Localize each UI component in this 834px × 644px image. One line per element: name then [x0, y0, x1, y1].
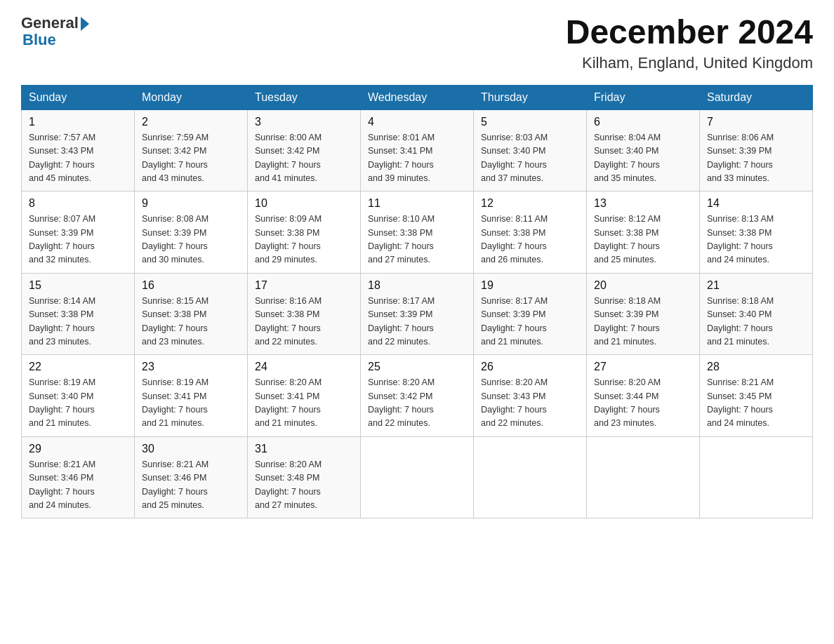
day-info: Sunrise: 8:21 AM Sunset: 3:46 PM Dayligh…	[142, 458, 240, 513]
week-row-4: 22Sunrise: 8:19 AM Sunset: 3:40 PM Dayli…	[22, 355, 813, 437]
calendar-cell: 15Sunrise: 8:14 AM Sunset: 3:38 PM Dayli…	[22, 273, 135, 355]
day-info: Sunrise: 8:14 AM Sunset: 3:38 PM Dayligh…	[29, 295, 127, 349]
calendar-cell	[700, 436, 813, 518]
calendar-title: December 2024	[566, 14, 813, 51]
day-info: Sunrise: 8:21 AM Sunset: 3:46 PM Dayligh…	[29, 458, 127, 513]
day-info: Sunrise: 8:18 AM Sunset: 3:39 PM Dayligh…	[594, 295, 692, 349]
day-number: 22	[29, 361, 127, 373]
header-saturday: Saturday	[700, 85, 813, 109]
day-info: Sunrise: 8:09 AM Sunset: 3:38 PM Dayligh…	[255, 213, 353, 267]
calendar-cell	[587, 436, 700, 518]
day-number: 2	[142, 116, 240, 128]
day-number: 29	[29, 443, 127, 455]
header-wednesday: Wednesday	[361, 85, 474, 109]
calendar-subtitle: Kilham, England, United Kingdom	[566, 54, 813, 72]
day-info: Sunrise: 8:20 AM Sunset: 3:41 PM Dayligh…	[255, 376, 353, 431]
calendar-cell	[474, 436, 587, 518]
day-info: Sunrise: 8:19 AM Sunset: 3:41 PM Dayligh…	[142, 376, 240, 431]
day-info: Sunrise: 8:17 AM Sunset: 3:39 PM Dayligh…	[481, 295, 579, 349]
calendar-cell	[361, 436, 474, 518]
calendar-header-row: SundayMondayTuesdayWednesdayThursdayFrid…	[22, 85, 813, 109]
calendar-cell: 13Sunrise: 8:12 AM Sunset: 3:38 PM Dayli…	[587, 192, 700, 274]
day-number: 10	[255, 197, 353, 210]
calendar-cell: 10Sunrise: 8:09 AM Sunset: 3:38 PM Dayli…	[248, 192, 361, 274]
calendar-cell: 28Sunrise: 8:21 AM Sunset: 3:45 PM Dayli…	[700, 355, 813, 437]
calendar-cell: 9Sunrise: 8:08 AM Sunset: 3:39 PM Daylig…	[135, 192, 248, 274]
day-number: 15	[29, 279, 127, 292]
calendar-cell: 3Sunrise: 8:00 AM Sunset: 3:42 PM Daylig…	[248, 109, 361, 192]
calendar-cell: 19Sunrise: 8:17 AM Sunset: 3:39 PM Dayli…	[474, 273, 587, 355]
day-number: 31	[255, 443, 353, 455]
day-info: Sunrise: 8:08 AM Sunset: 3:39 PM Dayligh…	[142, 213, 240, 267]
day-number: 1	[29, 116, 127, 128]
calendar-cell: 1Sunrise: 7:57 AM Sunset: 3:43 PM Daylig…	[22, 109, 135, 192]
calendar-cell: 21Sunrise: 8:18 AM Sunset: 3:40 PM Dayli…	[700, 273, 813, 355]
calendar-table: SundayMondayTuesdayWednesdayThursdayFrid…	[21, 85, 813, 519]
day-info: Sunrise: 7:59 AM Sunset: 3:42 PM Dayligh…	[142, 131, 240, 186]
logo-general-text: General	[21, 14, 79, 32]
day-info: Sunrise: 8:13 AM Sunset: 3:38 PM Dayligh…	[707, 213, 805, 267]
day-number: 27	[594, 361, 692, 373]
day-info: Sunrise: 8:19 AM Sunset: 3:40 PM Dayligh…	[29, 376, 127, 431]
header-sunday: Sunday	[22, 85, 135, 109]
calendar-cell: 12Sunrise: 8:11 AM Sunset: 3:38 PM Dayli…	[474, 192, 587, 274]
calendar-cell: 24Sunrise: 8:20 AM Sunset: 3:41 PM Dayli…	[248, 355, 361, 437]
day-info: Sunrise: 8:00 AM Sunset: 3:42 PM Dayligh…	[255, 131, 353, 186]
day-number: 6	[594, 116, 692, 128]
day-number: 18	[368, 279, 466, 292]
day-number: 5	[481, 116, 579, 128]
day-info: Sunrise: 8:10 AM Sunset: 3:38 PM Dayligh…	[368, 213, 466, 267]
day-number: 8	[29, 197, 127, 210]
calendar-cell: 14Sunrise: 8:13 AM Sunset: 3:38 PM Dayli…	[700, 192, 813, 274]
calendar-cell: 5Sunrise: 8:03 AM Sunset: 3:40 PM Daylig…	[474, 109, 587, 192]
day-info: Sunrise: 8:20 AM Sunset: 3:43 PM Dayligh…	[481, 376, 579, 431]
calendar-cell: 7Sunrise: 8:06 AM Sunset: 3:39 PM Daylig…	[700, 109, 813, 192]
calendar-cell: 4Sunrise: 8:01 AM Sunset: 3:41 PM Daylig…	[361, 109, 474, 192]
calendar-cell: 2Sunrise: 7:59 AM Sunset: 3:42 PM Daylig…	[135, 109, 248, 192]
day-number: 26	[481, 361, 579, 373]
calendar-cell: 6Sunrise: 8:04 AM Sunset: 3:40 PM Daylig…	[587, 109, 700, 192]
calendar-cell: 30Sunrise: 8:21 AM Sunset: 3:46 PM Dayli…	[135, 436, 248, 518]
day-info: Sunrise: 8:15 AM Sunset: 3:38 PM Dayligh…	[142, 295, 240, 349]
day-number: 16	[142, 279, 240, 292]
day-number: 4	[368, 116, 466, 128]
calendar-cell: 20Sunrise: 8:18 AM Sunset: 3:39 PM Dayli…	[587, 273, 700, 355]
header-tuesday: Tuesday	[248, 85, 361, 109]
calendar-cell: 22Sunrise: 8:19 AM Sunset: 3:40 PM Dayli…	[22, 355, 135, 437]
day-info: Sunrise: 8:01 AM Sunset: 3:41 PM Dayligh…	[368, 131, 466, 186]
day-info: Sunrise: 8:20 AM Sunset: 3:44 PM Dayligh…	[594, 376, 692, 431]
day-number: 13	[594, 197, 692, 210]
page-header: General Blue December 2024 Kilham, Engla…	[21, 14, 813, 72]
week-row-3: 15Sunrise: 8:14 AM Sunset: 3:38 PM Dayli…	[22, 273, 813, 355]
calendar-cell: 17Sunrise: 8:16 AM Sunset: 3:38 PM Dayli…	[248, 273, 361, 355]
day-info: Sunrise: 8:20 AM Sunset: 3:48 PM Dayligh…	[255, 458, 353, 513]
calendar-cell: 11Sunrise: 8:10 AM Sunset: 3:38 PM Dayli…	[361, 192, 474, 274]
calendar-cell: 23Sunrise: 8:19 AM Sunset: 3:41 PM Dayli…	[135, 355, 248, 437]
day-number: 23	[142, 361, 240, 373]
calendar-cell: 31Sunrise: 8:20 AM Sunset: 3:48 PM Dayli…	[248, 436, 361, 518]
week-row-5: 29Sunrise: 8:21 AM Sunset: 3:46 PM Dayli…	[22, 436, 813, 518]
calendar-cell: 16Sunrise: 8:15 AM Sunset: 3:38 PM Dayli…	[135, 273, 248, 355]
day-info: Sunrise: 8:06 AM Sunset: 3:39 PM Dayligh…	[707, 131, 805, 186]
calendar-cell: 18Sunrise: 8:17 AM Sunset: 3:39 PM Dayli…	[361, 273, 474, 355]
day-info: Sunrise: 8:07 AM Sunset: 3:39 PM Dayligh…	[29, 213, 127, 267]
calendar-cell: 29Sunrise: 8:21 AM Sunset: 3:46 PM Dayli…	[22, 436, 135, 518]
day-info: Sunrise: 8:03 AM Sunset: 3:40 PM Dayligh…	[481, 131, 579, 186]
day-number: 20	[594, 279, 692, 292]
title-section: December 2024 Kilham, England, United Ki…	[566, 14, 813, 72]
day-number: 14	[707, 197, 805, 210]
header-friday: Friday	[587, 85, 700, 109]
calendar-cell: 25Sunrise: 8:20 AM Sunset: 3:42 PM Dayli…	[361, 355, 474, 437]
week-row-1: 1Sunrise: 7:57 AM Sunset: 3:43 PM Daylig…	[22, 109, 813, 192]
day-number: 30	[142, 443, 240, 455]
day-info: Sunrise: 8:17 AM Sunset: 3:39 PM Dayligh…	[368, 295, 466, 349]
day-number: 25	[368, 361, 466, 373]
day-number: 12	[481, 197, 579, 210]
day-info: Sunrise: 8:12 AM Sunset: 3:38 PM Dayligh…	[594, 213, 692, 267]
week-row-2: 8Sunrise: 8:07 AM Sunset: 3:39 PM Daylig…	[22, 192, 813, 274]
day-info: Sunrise: 8:16 AM Sunset: 3:38 PM Dayligh…	[255, 295, 353, 349]
day-number: 11	[368, 197, 466, 210]
header-monday: Monday	[135, 85, 248, 109]
calendar-cell: 26Sunrise: 8:20 AM Sunset: 3:43 PM Dayli…	[474, 355, 587, 437]
logo-arrow-icon	[81, 17, 89, 31]
